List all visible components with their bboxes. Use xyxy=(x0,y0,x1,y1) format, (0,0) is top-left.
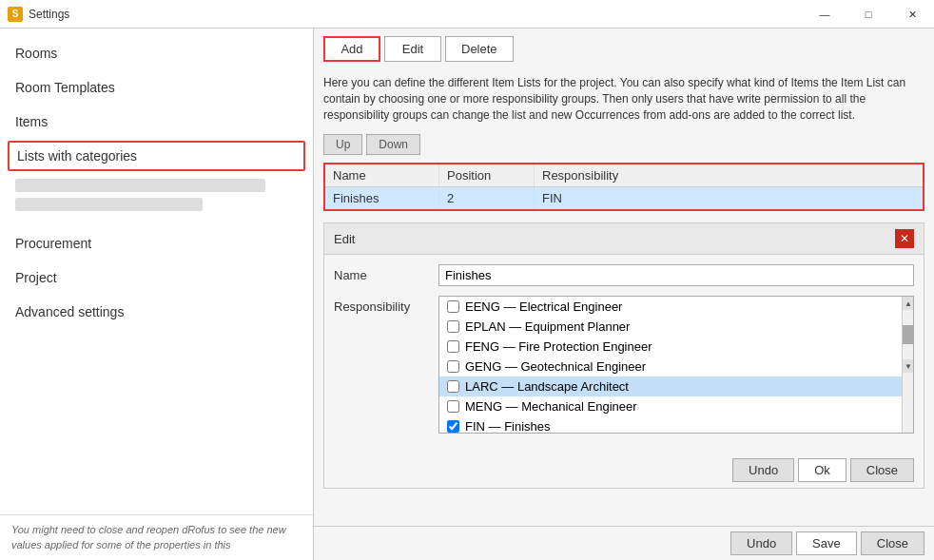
window-controls: — □ ✕ xyxy=(803,0,934,29)
check-item-larc[interactable]: LARC — Landscape Architect xyxy=(439,377,902,396)
responsibility-checklist: EENG — Electrical Engineer EPLAN — Equip… xyxy=(438,296,914,434)
name-label: Name xyxy=(334,264,438,282)
checkbox-larc[interactable] xyxy=(447,380,459,393)
sidebar-item-items[interactable]: Items xyxy=(0,105,313,139)
bottom-close-button[interactable]: Close xyxy=(861,531,924,555)
checkbox-feng[interactable] xyxy=(447,340,459,353)
check-item-eplan[interactable]: EPLAN — Equipment Planner xyxy=(439,317,902,337)
col-header-responsibility: Responsibility xyxy=(535,164,923,186)
sidebar-item-room-templates[interactable]: Room Templates xyxy=(0,70,313,105)
up-button[interactable]: Up xyxy=(323,134,362,155)
delete-button[interactable]: Delete xyxy=(445,36,514,62)
info-text: Here you can define the different Item L… xyxy=(314,69,934,130)
form-row-responsibility: Responsibility EENG — Electrical Enginee… xyxy=(334,296,914,434)
bottom-undo-button[interactable]: Undo xyxy=(730,531,792,555)
dialog-undo-button[interactable]: Undo xyxy=(732,458,794,482)
sidebar-blurred-2 xyxy=(15,198,203,211)
sidebar-item-rooms[interactable]: Rooms xyxy=(0,36,313,70)
name-input[interactable] xyxy=(438,264,914,286)
scroll-thumb[interactable] xyxy=(903,325,913,344)
checklist-scrollbar: ▲ ▼ xyxy=(902,297,913,433)
scroll-up-arrow[interactable]: ▲ xyxy=(903,297,914,310)
checkbox-fin[interactable] xyxy=(447,420,459,433)
form-row-name: Name xyxy=(334,264,914,286)
check-item-fin[interactable]: FIN — Finishes xyxy=(439,416,902,433)
down-button[interactable]: Down xyxy=(366,134,420,155)
checkbox-meng[interactable] xyxy=(447,400,459,413)
title-bar: S Settings — □ ✕ xyxy=(0,0,934,29)
sidebar: Rooms Room Templates Items Lists with ca… xyxy=(0,29,314,560)
table-row[interactable]: Finishes 2 FIN xyxy=(325,187,923,209)
sidebar-footer: You might need to close and reopen dRofu… xyxy=(0,514,313,560)
bottom-bar: Undo Save Close xyxy=(314,526,934,560)
col-header-position: Position xyxy=(439,164,535,186)
bottom-save-button[interactable]: Save xyxy=(796,531,857,555)
dialog-close-button[interactable]: Close xyxy=(850,458,914,482)
maximize-button[interactable]: □ xyxy=(846,0,890,29)
sidebar-blurred-1 xyxy=(15,179,265,192)
check-item-meng[interactable]: MENG — Mechanical Engineer xyxy=(439,396,902,416)
table-header: Name Position Responsibility xyxy=(325,164,923,187)
dialog-footer: Undo Ok Close xyxy=(324,453,924,488)
app-title: Settings xyxy=(29,8,69,21)
add-button[interactable]: Add xyxy=(323,36,380,62)
scroll-down-arrow[interactable]: ▼ xyxy=(903,359,914,373)
cell-position: 2 xyxy=(439,187,535,209)
edit-dialog-close-icon[interactable]: ✕ xyxy=(895,229,914,248)
cell-name: Finishes xyxy=(325,187,439,209)
responsibility-label: Responsibility xyxy=(334,296,438,314)
edit-form: Name Responsibility EENG — Electrical En… xyxy=(324,255,924,453)
edit-dialog-title: Edit xyxy=(334,232,355,246)
checkbox-geng[interactable] xyxy=(447,360,459,373)
app-icon: S xyxy=(8,7,23,22)
cell-responsibility: FIN xyxy=(535,187,923,209)
col-header-name: Name xyxy=(325,164,439,186)
edit-dialog-header: Edit ✕ xyxy=(324,223,924,255)
check-item-feng[interactable]: FENG — Fire Protection Engineer xyxy=(439,337,902,357)
item-list-table: Name Position Responsibility Finishes 2 … xyxy=(323,163,924,211)
edit-dialog: Edit ✕ Name Responsibility EEN xyxy=(323,222,924,489)
checkbox-eeng[interactable] xyxy=(447,300,459,313)
checklist-scroll: EENG — Electrical Engineer EPLAN — Equip… xyxy=(439,297,902,433)
checkbox-eplan[interactable] xyxy=(447,320,459,333)
nav-toolbar: Up Down xyxy=(314,130,934,159)
check-item-geng[interactable]: GENG — Geotechnical Engineer xyxy=(439,357,902,377)
main-layout: Rooms Room Templates Items Lists with ca… xyxy=(0,29,934,560)
content-area: Add Edit Delete Here you can define the … xyxy=(314,29,934,560)
edit-button[interactable]: Edit xyxy=(384,36,441,62)
dialog-ok-button[interactable]: Ok xyxy=(798,458,846,482)
close-button[interactable]: ✕ xyxy=(890,0,934,29)
minimize-button[interactable]: — xyxy=(803,0,846,29)
sidebar-item-procurement[interactable]: Procurement xyxy=(0,226,313,261)
sidebar-scroll: Rooms Room Templates Items Lists with ca… xyxy=(0,29,313,514)
sidebar-item-lists-with-categories[interactable]: Lists with categories xyxy=(8,141,305,171)
check-item-eeng[interactable]: EENG — Electrical Engineer xyxy=(439,297,902,317)
toolbar: Add Edit Delete xyxy=(314,29,934,69)
sidebar-item-project[interactable]: Project xyxy=(0,261,313,295)
sidebar-item-advanced-settings[interactable]: Advanced settings xyxy=(0,295,313,329)
